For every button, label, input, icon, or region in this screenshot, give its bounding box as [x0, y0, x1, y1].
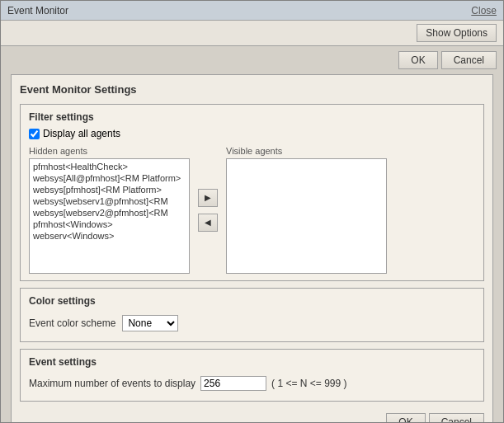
- transfer-buttons: ▶ ◀: [195, 189, 221, 232]
- display-all-agents-label: Display all agents: [43, 128, 120, 139]
- display-all-agents-checkbox[interactable]: [29, 129, 40, 139]
- event-settings-section: Event settings Maximum number of events …: [20, 349, 484, 402]
- bottom-ok-button[interactable]: OK: [386, 413, 425, 422]
- content-area: Event Monitor Settings Filter settings D…: [1, 74, 503, 422]
- list-item[interactable]: websys[pfmhost]<RM Platform>: [31, 184, 187, 195]
- list-item[interactable]: websys[All@pfmhost]<RM Platform>: [31, 172, 187, 184]
- event-color-scheme-label: Event color scheme: [29, 317, 115, 329]
- list-item[interactable]: webserv<Windows>: [31, 230, 187, 242]
- filter-settings-section: Filter settings Display all agents Hidde…: [20, 104, 484, 281]
- bottom-cancel-button[interactable]: Cancel: [429, 413, 484, 422]
- close-button[interactable]: Close: [471, 5, 497, 16]
- title-bar: Event Monitor Close: [1, 1, 503, 21]
- bottom-action-buttons: OK Cancel: [20, 408, 484, 422]
- color-scheme-select[interactable]: None Default Custom: [122, 315, 178, 331]
- move-right-button[interactable]: ▶: [198, 189, 218, 207]
- visible-agents-col: Visible agents: [226, 146, 387, 274]
- top-ok-button[interactable]: OK: [398, 51, 437, 69]
- list-item[interactable]: pfmhost<Windows>: [31, 219, 187, 230]
- list-item[interactable]: websys[webserv1@pfmhost]<RM: [31, 195, 187, 207]
- max-events-input[interactable]: [200, 376, 266, 391]
- max-events-hint: ( 1 <= N <= 999 ): [271, 378, 346, 389]
- visible-agents-label: Visible agents: [226, 146, 387, 156]
- toolbar: Show Options: [1, 21, 503, 46]
- window-title: Event Monitor: [7, 5, 68, 16]
- color-section-title: Color settings: [29, 295, 475, 307]
- max-events-label: Maximum number of events to display: [29, 378, 195, 389]
- top-cancel-button[interactable]: Cancel: [441, 51, 497, 69]
- list-item[interactable]: pfmhost<HealthCheck>: [31, 161, 187, 172]
- hidden-agents-col: Hidden agents pfmhost<HealthCheck> websy…: [29, 146, 190, 274]
- display-all-agents-row: Display all agents: [29, 128, 475, 139]
- move-left-button[interactable]: ◀: [198, 214, 218, 232]
- top-action-buttons: OK Cancel: [1, 46, 503, 74]
- color-settings-section: Color settings Event color scheme None D…: [20, 288, 484, 342]
- visible-agents-list[interactable]: [226, 158, 387, 274]
- color-scheme-row: Event color scheme None Default Custom: [29, 312, 475, 335]
- filter-section-title: Filter settings: [29, 111, 475, 123]
- list-item[interactable]: websys[webserv2@pfmhost]<RM: [31, 207, 187, 219]
- show-options-button[interactable]: Show Options: [417, 24, 497, 42]
- event-section-title: Event settings: [29, 356, 475, 368]
- settings-panel: Event Monitor Settings Filter settings D…: [11, 74, 493, 422]
- hidden-agents-list[interactable]: pfmhost<HealthCheck> websys[All@pfmhost]…: [29, 158, 190, 274]
- max-events-row: Maximum number of events to display ( 1 …: [29, 373, 475, 394]
- settings-panel-title: Event Monitor Settings: [20, 83, 484, 96]
- hidden-agents-label: Hidden agents: [29, 146, 190, 156]
- agents-row: Hidden agents pfmhost<HealthCheck> websy…: [29, 146, 475, 274]
- event-monitor-window: Event Monitor Close Show Options OK Canc…: [0, 0, 504, 423]
